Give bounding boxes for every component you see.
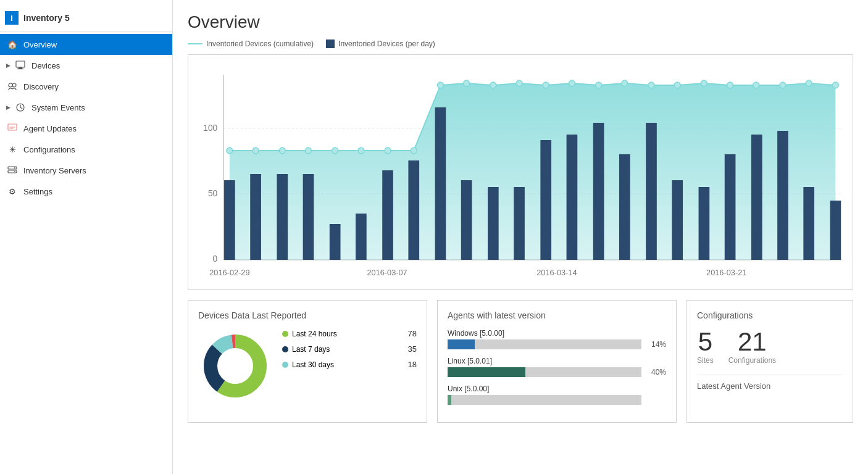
label-24h: Last 24 hours	[292, 330, 337, 338]
svg-rect-47	[330, 224, 341, 260]
sidebar-item-updates-label: Agent Updates	[23, 124, 77, 133]
app-title: Inventory 5	[23, 13, 70, 23]
svg-point-22	[306, 148, 312, 154]
svg-point-40	[780, 82, 786, 88]
sidebar-item-settings[interactable]: ⚙ Settings	[0, 181, 172, 202]
agent-name-unix: Unix [5.0.00]	[448, 385, 666, 393]
dot-7d	[282, 346, 288, 352]
svg-rect-52	[461, 180, 472, 260]
svg-rect-45	[277, 174, 288, 260]
sites-count: 5	[697, 329, 714, 355]
svg-rect-58	[619, 154, 630, 260]
main-content: Overview Inventoried Devices (cumulative…	[173, 0, 868, 474]
svg-point-33	[596, 82, 602, 88]
dot-24h	[282, 331, 288, 337]
svg-rect-59	[646, 123, 657, 260]
sidebar-item-discovery-label: Discovery	[23, 82, 59, 91]
sidebar-item-config-label: Configurations	[23, 145, 75, 154]
count-24h: 78	[408, 329, 417, 338]
svg-point-24	[358, 148, 364, 154]
sidebar-item-discovery[interactable]: Discovery	[0, 76, 172, 97]
app-header: I Inventory 5	[0, 5, 172, 31]
svg-point-23	[332, 148, 338, 154]
svg-point-36	[674, 82, 680, 88]
svg-text:0: 0	[213, 254, 218, 264]
svg-text:2016-02-29: 2016-02-29	[209, 268, 249, 277]
svg-rect-1	[19, 67, 22, 69]
dot-30d	[282, 362, 288, 368]
svg-rect-53	[488, 187, 499, 260]
updates-icon	[6, 122, 19, 135]
agents-list: Windows [5.0.00] 14% Linux [5.0.01]	[448, 329, 666, 405]
svg-point-4	[12, 83, 16, 87]
agent-name-linux: Linux [5.0.01]	[448, 357, 666, 365]
agent-fill-linux	[448, 367, 525, 377]
svg-point-10	[14, 171, 15, 172]
sidebar-item-overview[interactable]: 🏠 Overview	[0, 34, 172, 55]
svg-rect-62	[725, 154, 736, 260]
svg-rect-50	[408, 160, 419, 260]
legend-perday: Inventoried Devices (per day)	[326, 40, 435, 48]
legend-square-icon	[326, 40, 335, 48]
svg-point-39	[753, 82, 759, 88]
legend-line-icon	[188, 43, 202, 44]
svg-rect-49	[382, 170, 393, 260]
svg-rect-61	[699, 187, 710, 260]
svg-marker-18	[230, 83, 835, 260]
svg-rect-55	[540, 140, 551, 260]
agent-pct-linux: 40%	[646, 368, 666, 376]
configs-label: Configurations	[728, 356, 776, 365]
discovery-icon	[6, 80, 19, 93]
configs-count: 21	[728, 329, 776, 355]
agent-fill-windows	[448, 339, 475, 349]
svg-rect-66	[830, 201, 841, 260]
svg-point-28	[464, 80, 470, 86]
chart-svg: 0 50 100	[193, 62, 848, 285]
svg-point-29	[490, 82, 496, 88]
count-7d: 35	[408, 344, 417, 354]
svg-rect-43	[224, 180, 235, 260]
agent-row-windows: Windows [5.0.00] 14%	[448, 329, 666, 349]
sidebar-item-system-events[interactable]: ▶ System Events	[0, 97, 172, 118]
agents-card-title: Agents with latest version	[448, 310, 666, 320]
config-icon: ✳	[6, 143, 19, 156]
svg-point-38	[727, 82, 733, 88]
latest-agent-title: Latest Agent Version	[697, 375, 843, 391]
sidebar-item-events-label: System Events	[31, 103, 85, 112]
agent-bar-linux	[448, 367, 641, 377]
svg-rect-44	[250, 174, 261, 260]
svg-point-21	[279, 148, 285, 154]
sidebar-item-devices[interactable]: ▶ Devices	[0, 55, 172, 76]
svg-point-27	[438, 82, 444, 88]
sidebar-item-devices-label: Devices	[31, 61, 60, 70]
agent-row-linux: Linux [5.0.01] 40%	[448, 357, 666, 377]
svg-rect-2	[17, 69, 23, 69]
agent-pct-windows: 14%	[646, 340, 666, 349]
svg-rect-60	[672, 180, 683, 260]
events-expand-icon: ▶	[6, 104, 10, 110]
devices-card-title: Devices Data Last Reported	[198, 310, 417, 320]
agent-row-unix: Unix [5.0.00]	[448, 385, 666, 405]
sites-block: 5 Sites	[697, 329, 714, 365]
server-icon	[6, 164, 19, 177]
devices-card-content: Last 24 hours 78 Last 7 days 35	[198, 329, 417, 403]
sidebar: I Inventory 5 🏠 Overview ▶ Devices Disco…	[0, 0, 173, 474]
sidebar-item-agent-updates[interactable]: Agent Updates	[0, 118, 172, 139]
svg-rect-56	[567, 135, 578, 260]
agent-bar-windows	[448, 339, 641, 349]
home-icon: 🏠	[6, 38, 19, 51]
monitor-icon	[14, 59, 27, 72]
svg-point-34	[622, 80, 628, 86]
svg-rect-54	[514, 187, 525, 260]
svg-point-25	[385, 148, 391, 154]
svg-point-35	[648, 82, 654, 88]
sidebar-item-configurations[interactable]: ✳ Configurations	[0, 139, 172, 160]
devices-legend: Last 24 hours 78 Last 7 days 35	[282, 329, 417, 375]
svg-text:2016-03-21: 2016-03-21	[706, 268, 746, 277]
svg-point-31	[543, 82, 549, 88]
svg-rect-51	[435, 107, 446, 260]
cards-row: Devices Data Last Reported	[188, 300, 853, 423]
legend-cumulative-label: Inventoried Devices (cumulative)	[206, 40, 314, 48]
sidebar-item-inventory-servers[interactable]: Inventory Servers	[0, 160, 172, 181]
svg-rect-57	[593, 123, 604, 260]
